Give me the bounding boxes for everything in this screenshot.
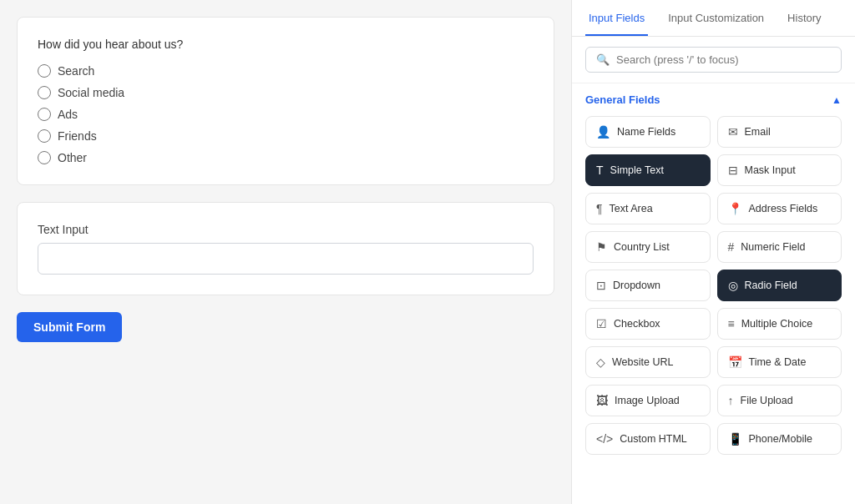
field-label-simple-text: Simple Text — [610, 164, 664, 176]
search-input[interactable] — [616, 53, 831, 66]
radio-icon: ◎ — [728, 279, 738, 292]
field-btn-email[interactable]: ✉Email — [717, 116, 842, 148]
field-btn-simple-text[interactable]: TSimple Text — [585, 154, 711, 186]
website-url-icon: ◇ — [596, 355, 605, 369]
section-header: General Fields ▲ — [585, 93, 842, 106]
radio-card: How did you hear about us? SearchSocial … — [17, 17, 554, 185]
field-btn-checkbox[interactable]: ☑Checkbox — [585, 308, 711, 340]
text-input-field[interactable] — [38, 243, 534, 275]
search-input-wrap[interactable]: 🔍 — [585, 47, 842, 73]
search-bar: 🔍 — [572, 37, 855, 83]
radio-item[interactable]: Search — [38, 64, 534, 78]
multiple-choice-icon: ≡ — [728, 317, 735, 330]
field-btn-file-upload[interactable]: ↑File Upload — [717, 385, 842, 416]
field-btn-phone-mobile[interactable]: 📱Phone/Mobile — [717, 423, 842, 455]
field-btn-mask-input[interactable]: ⊟Mask Input — [717, 154, 842, 186]
field-label-image-upload: Image Upload — [615, 395, 680, 406]
field-label-text-area: Text Area — [610, 203, 653, 214]
field-btn-text-area[interactable]: ¶Text Area — [585, 193, 711, 224]
text-input-label: Text Input — [38, 223, 534, 236]
field-label-mask-input: Mask Input — [745, 164, 796, 176]
left-panel: How did you hear about us? SearchSocial … — [0, 0, 571, 504]
field-label-country-list: Country List — [614, 241, 670, 253]
chevron-up-icon: ▲ — [832, 94, 842, 106]
field-label-checkbox: Checkbox — [614, 318, 660, 330]
field-btn-custom-html[interactable]: </>Custom HTML — [585, 423, 711, 455]
field-btn-radio[interactable]: ◎Radio Field — [717, 270, 842, 301]
tabs-header: Input FieldsInput CustomizationHistory — [572, 0, 855, 37]
radio-item[interactable]: Social media — [38, 86, 534, 99]
radio-question: How did you hear about us? — [38, 38, 534, 51]
field-label-numeric: Numeric Field — [741, 241, 805, 253]
dropdown-icon: ⊡ — [596, 279, 606, 292]
field-btn-time-date[interactable]: 📅Time & Date — [717, 346, 842, 378]
field-label-radio: Radio Field — [745, 280, 797, 291]
address-icon: 📍 — [728, 202, 742, 215]
field-label-custom-html: Custom HTML — [620, 433, 687, 445]
image-upload-icon: 🖼 — [596, 394, 608, 407]
field-btn-multiple-choice[interactable]: ≡Multiple Choice — [717, 308, 842, 340]
field-label-file-upload: File Upload — [741, 395, 793, 406]
field-btn-address[interactable]: 📍Address Fields — [717, 193, 842, 224]
radio-item[interactable]: Ads — [38, 108, 534, 121]
simple-text-icon: T — [596, 164, 604, 177]
field-label-dropdown: Dropdown — [613, 280, 660, 291]
field-label-multiple-choice: Multiple Choice — [741, 318, 812, 330]
search-icon: 🔍 — [596, 53, 610, 66]
field-btn-country-list[interactable]: ⚑Country List — [585, 231, 711, 263]
field-label-phone-mobile: Phone/Mobile — [749, 433, 812, 445]
tab-history[interactable]: History — [784, 12, 824, 36]
field-label-time-date: Time & Date — [749, 356, 807, 368]
checkbox-icon: ☑ — [596, 317, 607, 330]
tab-input-customization[interactable]: Input Customization — [665, 12, 767, 36]
section-title: General Fields — [585, 93, 660, 106]
right-panel: Input FieldsInput CustomizationHistory 🔍… — [571, 0, 855, 504]
text-area-icon: ¶ — [596, 202, 603, 215]
field-btn-website-url[interactable]: ◇Website URL — [585, 346, 711, 378]
field-btn-name[interactable]: 👤Name Fields — [585, 116, 711, 148]
radio-group: SearchSocial mediaAdsFriendsOther — [38, 64, 534, 164]
name-icon: 👤 — [596, 125, 610, 139]
mask-input-icon: ⊟ — [728, 164, 738, 177]
text-input-card: Text Input — [17, 202, 554, 295]
field-label-email: Email — [745, 126, 771, 138]
file-upload-icon: ↑ — [728, 394, 734, 407]
field-label-address: Address Fields — [749, 203, 818, 214]
radio-item[interactable]: Other — [38, 151, 534, 164]
tab-input-fields[interactable]: Input Fields — [585, 12, 648, 36]
field-btn-numeric[interactable]: #Numeric Field — [717, 231, 842, 263]
radio-item[interactable]: Friends — [38, 129, 534, 143]
field-btn-image-upload[interactable]: 🖼Image Upload — [585, 385, 711, 416]
custom-html-icon: </> — [596, 432, 613, 446]
fields-scroll: General Fields ▲ 👤Name Fields✉EmailTSimp… — [572, 83, 855, 504]
fields-grid: 👤Name Fields✉EmailTSimple Text⊟Mask Inpu… — [585, 116, 842, 455]
field-btn-dropdown[interactable]: ⊡Dropdown — [585, 270, 711, 301]
email-icon: ✉ — [728, 125, 738, 139]
country-list-icon: ⚑ — [596, 240, 607, 254]
field-label-website-url: Website URL — [612, 356, 673, 368]
submit-button[interactable]: Submit Form — [17, 312, 122, 342]
time-date-icon: 📅 — [728, 355, 742, 369]
numeric-icon: # — [728, 240, 735, 254]
field-label-name: Name Fields — [617, 126, 675, 138]
phone-mobile-icon: 📱 — [728, 432, 742, 446]
